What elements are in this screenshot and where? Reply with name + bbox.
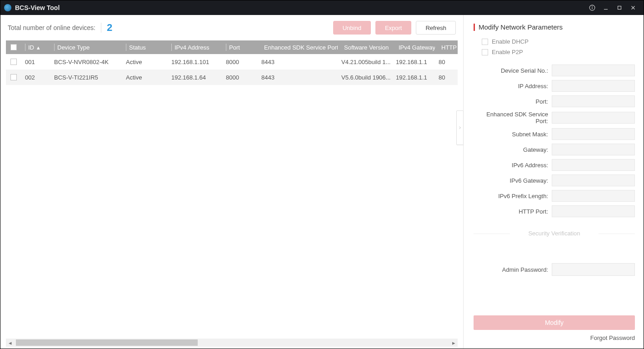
device-count-label: Total number of online devices: <box>8 24 95 31</box>
network-form: Device Serial No.: IP Address: Port: Enh… <box>474 65 635 221</box>
select-all-checkbox[interactable] <box>10 44 17 50</box>
ipv6g-input[interactable] <box>552 174 635 186</box>
table-body: 001 BCS-V-NVR0802-4K Active 192.168.1.10… <box>6 54 458 85</box>
divider <box>101 23 101 33</box>
subnet-input[interactable] <box>552 128 635 140</box>
row-checkbox[interactable] <box>10 59 17 65</box>
ipv6a-input[interactable] <box>552 159 635 171</box>
titlebar: BCS-View Tool <box>0 0 644 15</box>
accent-bar-icon <box>474 24 475 31</box>
export-button[interactable]: Export <box>375 21 412 35</box>
http-label: HTTP Port: <box>474 208 552 215</box>
device-count-value: 2 <box>107 22 112 34</box>
subnet-label: Subnet Mask: <box>474 131 552 138</box>
admin-password-label: Admin Password: <box>474 266 552 273</box>
maximize-icon[interactable] <box>613 0 626 15</box>
admin-password-row: Admin Password: <box>474 263 635 276</box>
col-esdk[interactable]: Enhanced SDK Service Port <box>258 40 338 54</box>
dhcp-checkbox[interactable] <box>482 39 488 45</box>
cell-status: Active <box>122 54 168 70</box>
scroll-left-icon[interactable]: ◂ <box>6 339 14 347</box>
side-title: Modify Network Parameters <box>474 23 635 31</box>
checkbox-group: Enable DHCP Enable P2P <box>482 38 635 59</box>
gateway-label: Gateway: <box>474 146 552 153</box>
ip-input[interactable] <box>552 80 635 92</box>
cell-http: 80 <box>435 54 458 70</box>
serial-label: Device Serial No.: <box>474 67 552 74</box>
cell-version: V4.21.005build 1... <box>338 54 392 70</box>
cell-id: 001 <box>21 54 50 70</box>
cell-device-type: BCS-V-NVR0802-4K <box>50 54 122 70</box>
port-input[interactable] <box>552 95 635 107</box>
content: Total number of online devices: 2 Unbind… <box>0 15 644 349</box>
table-row[interactable]: 002 BCS-V-TI221IR5 Active 192.168.1.64 8… <box>6 70 458 85</box>
cell-port: 8000 <box>222 70 258 85</box>
row-checkbox[interactable] <box>10 74 17 80</box>
cell-gateway: 192.168.1.1 <box>392 54 435 70</box>
ipv6a-label: IPv6 Address: <box>474 162 552 169</box>
sort-asc-icon: ▴ <box>37 44 40 51</box>
ipv6p-label: IPv6 Prefix Length: <box>474 193 552 199</box>
close-icon[interactable] <box>626 0 640 15</box>
cell-id: 002 <box>21 70 50 85</box>
cell-gateway: 192.168.1.1 <box>392 70 435 85</box>
refresh-button[interactable]: Refresh <box>416 21 456 35</box>
dhcp-label: Enable DHCP <box>492 38 529 45</box>
ipv6g-label: IPv6 Gateway: <box>474 177 552 184</box>
gateway-input[interactable] <box>552 144 635 155</box>
col-device-type[interactable]: Device Type <box>50 40 122 54</box>
side-panel: Modify Network Parameters Enable DHCP En… <box>464 15 644 349</box>
esdk-label: Enhanced SDK Service Port: <box>474 111 552 125</box>
ipv6p-input[interactable] <box>552 190 635 202</box>
minimize-icon[interactable] <box>599 0 613 15</box>
main-toolbar: Total number of online devices: 2 Unbind… <box>0 15 463 40</box>
cell-version: V5.6.0build 1906... <box>338 70 392 85</box>
p2p-label: Enable P2P <box>492 49 523 55</box>
unbind-button[interactable]: Unbind <box>333 21 371 35</box>
col-status[interactable]: Status <box>122 40 168 54</box>
collapse-handle[interactable] <box>456 110 464 145</box>
cell-ipv4: 192.168.1.64 <box>168 70 222 85</box>
svg-rect-4 <box>618 6 621 10</box>
table-header: ID▴ Device Type Status IPv4 Address Port… <box>6 40 458 54</box>
esdk-input[interactable] <box>552 112 635 124</box>
col-http[interactable]: HTTP <box>435 40 458 54</box>
info-icon[interactable] <box>585 0 599 15</box>
cell-device-type: BCS-V-TI221IR5 <box>50 70 122 85</box>
cell-http: 80 <box>435 70 458 85</box>
cell-esdk: 8443 <box>258 70 338 85</box>
p2p-checkbox[interactable] <box>482 49 488 55</box>
col-id[interactable]: ID▴ <box>21 40 50 54</box>
port-label: Port: <box>474 98 552 105</box>
device-table: ID▴ Device Type Status IPv4 Address Port… <box>6 40 458 337</box>
col-ipv4[interactable]: IPv4 Address <box>168 40 222 54</box>
admin-password-input[interactable] <box>552 263 635 276</box>
scroll-track[interactable] <box>14 339 449 346</box>
forgot-password-link[interactable]: Forgot Password <box>474 334 635 341</box>
cell-esdk: 8443 <box>258 54 338 70</box>
col-version[interactable]: Software Version <box>338 40 392 54</box>
cell-port: 8000 <box>222 54 258 70</box>
table-row[interactable]: 001 BCS-V-NVR0802-4K Active 192.168.1.10… <box>6 54 458 70</box>
horizontal-scrollbar[interactable]: ◂ ▸ <box>6 339 458 347</box>
side-footer: Modify Forgot Password <box>474 303 635 341</box>
scroll-thumb[interactable] <box>16 339 198 346</box>
cell-status: Active <box>122 70 168 85</box>
serial-input[interactable] <box>552 65 635 76</box>
col-port[interactable]: Port <box>222 40 258 54</box>
svg-point-2 <box>592 6 593 7</box>
security-verification-label: Security Verification <box>474 230 635 237</box>
modify-button[interactable]: Modify <box>474 315 635 330</box>
scroll-right-icon[interactable]: ▸ <box>449 339 458 347</box>
ip-label: IP Address: <box>474 83 552 90</box>
dhcp-checkbox-row: Enable DHCP <box>482 38 635 45</box>
p2p-checkbox-row: Enable P2P <box>482 49 635 55</box>
app-title: BCS-View Tool <box>15 4 60 11</box>
main-panel: Total number of online devices: 2 Unbind… <box>0 15 464 349</box>
app-window: BCS-View Tool Total number of online dev… <box>0 0 644 349</box>
cell-ipv4: 192.168.1.101 <box>168 54 222 70</box>
http-input[interactable] <box>552 205 635 217</box>
col-gateway[interactable]: IPv4 Gateway <box>392 40 435 54</box>
app-logo-icon <box>4 4 11 11</box>
